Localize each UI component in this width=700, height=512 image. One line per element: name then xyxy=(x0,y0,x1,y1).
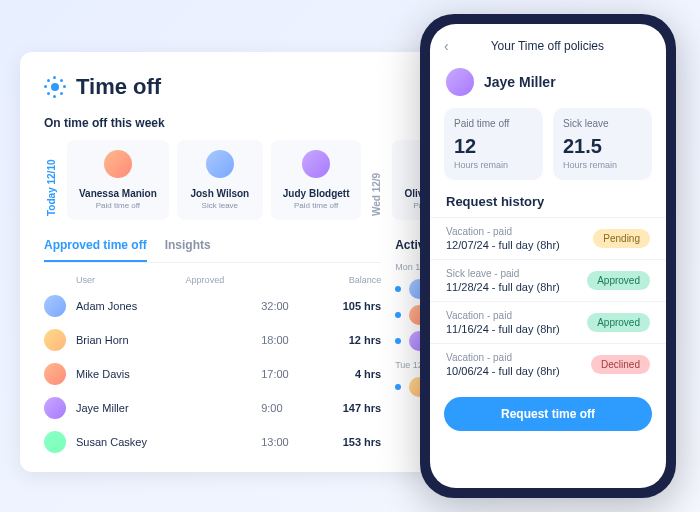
profile-row: Jaye Miller xyxy=(430,64,666,108)
row-balance: 12 hrs xyxy=(321,334,381,346)
avatar xyxy=(44,329,66,351)
phone-title: Your Time off policies xyxy=(443,39,652,53)
row-name: Susan Caskey xyxy=(76,436,261,448)
approved-column: Approved time off Insights User Approved… xyxy=(44,238,381,459)
status-badge: Approved xyxy=(587,313,650,332)
request-row[interactable]: Sick leave - paid11/28/24 - full day (8h… xyxy=(430,259,666,301)
person-type: Paid time off xyxy=(79,201,157,210)
sun-icon xyxy=(44,76,66,98)
balance-value: 12 xyxy=(454,135,533,158)
request-history-title: Request history xyxy=(430,194,666,217)
tab-approved[interactable]: Approved time off xyxy=(44,238,147,262)
balance-row: Paid time off12Hours remainSick leave21.… xyxy=(430,108,666,194)
table-row[interactable]: Mike Davis17:004 hrs xyxy=(44,357,381,391)
dot-icon xyxy=(395,384,401,390)
balance-card[interactable]: Sick leave21.5Hours remain xyxy=(553,108,652,180)
phone-screen: ‹ Your Time off policies Jaye Miller Pai… xyxy=(430,24,666,488)
balance-card[interactable]: Paid time off12Hours remain xyxy=(444,108,543,180)
person-type: Paid time off xyxy=(283,201,350,210)
day-label: Wed 12/9 xyxy=(369,140,384,220)
table-header: User Approved Balance xyxy=(44,271,381,289)
tab-insights[interactable]: Insights xyxy=(165,238,211,262)
dot-icon xyxy=(395,338,401,344)
avatar xyxy=(206,150,234,178)
person-card[interactable]: Josh WilsonSick leave xyxy=(177,140,263,220)
request-type: Sick leave - paid xyxy=(446,268,560,279)
row-name: Brian Horn xyxy=(76,334,261,346)
avatar xyxy=(302,150,330,178)
tabs: Approved time off Insights xyxy=(44,238,381,263)
phone-header: ‹ Your Time off policies xyxy=(430,24,666,64)
phone-frame: ‹ Your Time off policies Jaye Miller Pai… xyxy=(420,14,676,498)
balance-value: 21.5 xyxy=(563,135,642,158)
col-user: User xyxy=(44,275,186,285)
person-type: Sick leave xyxy=(189,201,251,210)
page-title: Time off xyxy=(76,74,161,100)
table-row[interactable]: Susan Caskey13:00153 hrs xyxy=(44,425,381,459)
row-balance: 147 hrs xyxy=(321,402,381,414)
table-row[interactable]: Brian Horn18:0012 hrs xyxy=(44,323,381,357)
avatar xyxy=(44,363,66,385)
request-row[interactable]: Vacation - paid11/16/24 - full day (8hr)… xyxy=(430,301,666,343)
request-type: Vacation - paid xyxy=(446,226,560,237)
request-type: Vacation - paid xyxy=(446,352,560,363)
row-name: Mike Davis xyxy=(76,368,261,380)
dot-icon xyxy=(395,286,401,292)
request-date: 11/28/24 - full day (8hr) xyxy=(446,281,560,293)
person-name: Judy Blodgett xyxy=(283,188,350,199)
request-row[interactable]: Vacation - paid10/06/24 - full day (8hr)… xyxy=(430,343,666,385)
status-badge: Declined xyxy=(591,355,650,374)
balance-title: Paid time off xyxy=(454,118,533,129)
request-date: 11/16/24 - full day (8hr) xyxy=(446,323,560,335)
avatar xyxy=(44,295,66,317)
avatar xyxy=(104,150,132,178)
row-approved: 17:00 xyxy=(261,368,321,380)
day-label: Today 12/10 xyxy=(44,140,59,220)
row-name: Jaye Miller xyxy=(76,402,261,414)
avatar xyxy=(44,397,66,419)
request-button[interactable]: Request time off xyxy=(444,397,652,431)
col-approved: Approved xyxy=(186,275,280,285)
status-badge: Pending xyxy=(593,229,650,248)
request-date: 12/07/24 - full day (8hr) xyxy=(446,239,560,251)
table-row[interactable]: Adam Jones32:00105 hrs xyxy=(44,289,381,323)
row-approved: 9:00 xyxy=(261,402,321,414)
person-name: Josh Wilson xyxy=(189,188,251,199)
status-badge: Approved xyxy=(587,271,650,290)
row-approved: 32:00 xyxy=(261,300,321,312)
row-approved: 13:00 xyxy=(261,436,321,448)
dot-icon xyxy=(395,312,401,318)
person-card[interactable]: Judy BlodgettPaid time off xyxy=(271,140,362,220)
row-balance: 4 hrs xyxy=(321,368,381,380)
row-balance: 153 hrs xyxy=(321,436,381,448)
profile-name: Jaye Miller xyxy=(484,74,556,90)
request-row[interactable]: Vacation - paid12/07/24 - full day (8hr)… xyxy=(430,217,666,259)
row-name: Adam Jones xyxy=(76,300,261,312)
table-row[interactable]: Jaye Miller9:00147 hrs xyxy=(44,391,381,425)
request-date: 10/06/24 - full day (8hr) xyxy=(446,365,560,377)
request-type: Vacation - paid xyxy=(446,310,560,321)
balance-title: Sick leave xyxy=(563,118,642,129)
balance-sub: Hours remain xyxy=(454,160,533,170)
row-approved: 18:00 xyxy=(261,334,321,346)
col-balance: Balance xyxy=(280,275,381,285)
row-balance: 105 hrs xyxy=(321,300,381,312)
person-card[interactable]: Vanessa ManionPaid time off xyxy=(67,140,169,220)
balance-sub: Hours remain xyxy=(563,160,642,170)
avatar xyxy=(446,68,474,96)
person-name: Vanessa Manion xyxy=(79,188,157,199)
avatar xyxy=(44,431,66,453)
